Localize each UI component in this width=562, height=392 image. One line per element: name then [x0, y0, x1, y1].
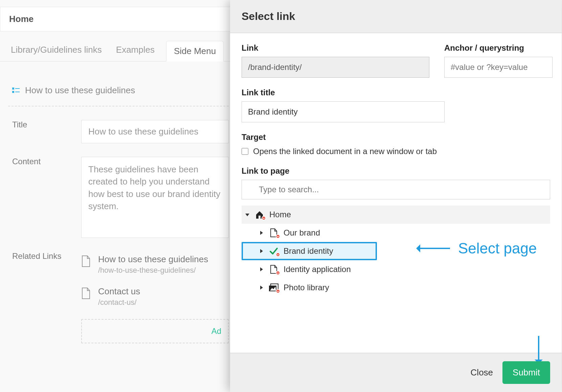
- tree-node-label: Home: [269, 210, 291, 219]
- link-title-input[interactable]: [242, 101, 445, 122]
- restricted-badge-icon: [276, 271, 280, 275]
- submit-button[interactable]: Submit: [502, 361, 550, 384]
- svg-rect-2: [12, 91, 14, 93]
- svg-marker-9: [260, 249, 263, 253]
- related-link-item[interactable]: How to use these guidelines /how-to-use-…: [81, 251, 229, 277]
- tree-node-photo-library[interactable]: Photo library: [242, 278, 550, 297]
- tab-examples[interactable]: Examples: [113, 41, 157, 61]
- home-bar: Home: [0, 7, 237, 31]
- document-icon: [269, 264, 279, 274]
- related-link-title: Contact us: [98, 286, 140, 297]
- link-to-page-label: Link to page: [242, 166, 550, 176]
- anchor-input[interactable]: [444, 57, 553, 78]
- caret-down-icon: [245, 212, 250, 217]
- target-checkbox[interactable]: [242, 148, 248, 155]
- document-icon: [81, 255, 91, 267]
- title-input[interactable]: [81, 120, 229, 143]
- svg-marker-6: [245, 214, 249, 216]
- content-label: Content: [12, 157, 73, 238]
- list-icon: [12, 88, 20, 94]
- svg-marker-10: [260, 267, 263, 271]
- tab-library-links[interactable]: Library/Guidelines links: [8, 41, 105, 61]
- document-icon: [269, 228, 279, 238]
- image-stack-icon: [269, 283, 279, 293]
- document-icon: [81, 288, 91, 299]
- related-link-path: /how-to-use-these-guidelines/: [98, 266, 208, 275]
- link-label: Link: [242, 43, 429, 53]
- link-input[interactable]: [242, 57, 429, 78]
- check-icon: [269, 246, 279, 256]
- svg-marker-8: [260, 231, 263, 235]
- modal-body: Link Anchor / querystring Link title Tar…: [230, 33, 562, 353]
- modal-footer: Close Submit: [230, 353, 562, 392]
- target-checkbox-label: Opens the linked document in a new windo…: [253, 147, 437, 156]
- background-page: Home Library/Guidelines links Examples S…: [0, 0, 237, 392]
- home-icon: [254, 210, 265, 220]
- target-label: Target: [242, 132, 550, 142]
- svg-rect-7: [258, 216, 261, 219]
- modal-title: Select link: [230, 0, 562, 33]
- anchor-label: Anchor / querystring: [444, 43, 553, 53]
- caret-right-icon: [259, 230, 264, 235]
- tree-node-label: Identity application: [284, 265, 351, 274]
- tree-node-label: Our brand: [284, 228, 320, 238]
- restricted-badge-icon: [276, 234, 280, 239]
- target-checkbox-row[interactable]: Opens the linked document in a new windo…: [242, 147, 550, 156]
- section-header: How to use these guidelines: [8, 75, 229, 106]
- related-links-list: How to use these guidelines /how-to-use-…: [81, 251, 229, 343]
- tree-node-home[interactable]: Home: [242, 205, 550, 224]
- restricted-badge-icon: [262, 216, 266, 220]
- arrow-left-icon: [420, 248, 450, 249]
- caret-right-icon: [259, 285, 264, 290]
- close-button[interactable]: Close: [471, 367, 493, 378]
- svg-rect-1: [15, 88, 20, 89]
- svg-rect-0: [12, 88, 14, 90]
- select-link-modal: Select link Link Anchor / querystring Li…: [230, 0, 562, 392]
- content-textarea[interactable]: [81, 157, 229, 238]
- tree-node-our-brand[interactable]: Our brand: [242, 224, 550, 242]
- tree-node-label: Brand identity: [284, 246, 333, 256]
- page-search-input[interactable]: [242, 180, 550, 199]
- related-link-title: How to use these guidelines: [98, 254, 208, 265]
- tab-side-menu[interactable]: Side Menu: [166, 41, 224, 62]
- related-links-label: Related Links: [12, 251, 73, 343]
- form-grid: Title Content Related Links How to use t…: [8, 106, 229, 343]
- restricted-badge-icon: [276, 252, 280, 257]
- tree-node-label: Photo library: [284, 283, 329, 292]
- tree-node-brand-identity[interactable]: Brand identity: [242, 242, 377, 260]
- related-link-path: /contact-us/: [98, 298, 140, 307]
- link-title-label: Link title: [242, 88, 550, 97]
- svg-rect-3: [15, 92, 20, 92]
- tabs-row: Library/Guidelines links Examples Side M…: [0, 31, 237, 62]
- tree-node-identity-application[interactable]: Identity application: [242, 260, 550, 278]
- title-label: Title: [12, 120, 73, 143]
- caret-right-icon: [259, 249, 264, 253]
- add-related-link[interactable]: Ad: [81, 319, 229, 343]
- section-title: How to use these guidelines: [25, 85, 135, 96]
- related-link-item[interactable]: Contact us /contact-us/: [81, 284, 229, 310]
- arrow-down-icon: [538, 336, 539, 360]
- side-menu-section: How to use these guidelines Title Conten…: [0, 62, 237, 343]
- annotation-select-page: Select page: [420, 240, 537, 257]
- svg-marker-11: [260, 286, 263, 290]
- annotation-label: Select page: [458, 240, 537, 257]
- caret-right-icon: [259, 267, 264, 272]
- restricted-badge-icon: [276, 289, 280, 293]
